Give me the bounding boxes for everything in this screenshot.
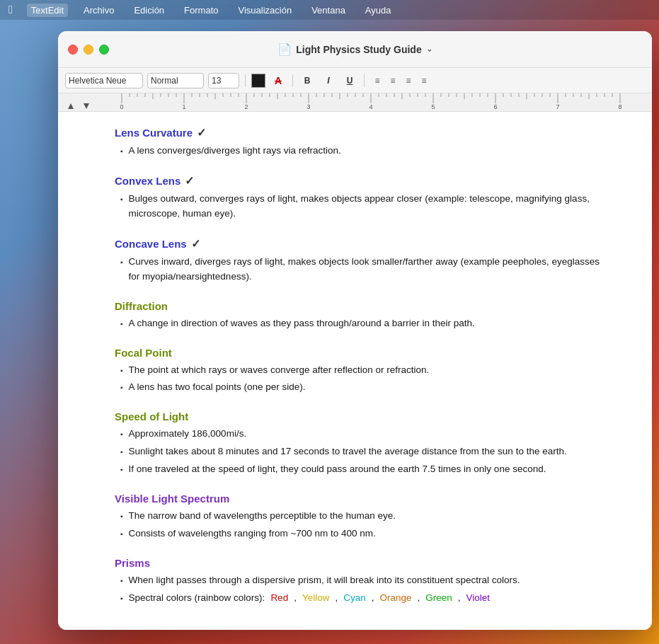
section-speed-of-light: Speed of Light Approximately 186,000mi/s… xyxy=(115,410,609,477)
section-focal-point: Focal Point The point at which rays or w… xyxy=(115,347,609,396)
list-item: A lens has two focal points (one per sid… xyxy=(115,380,609,395)
menu-visualizacion[interactable]: Visualización xyxy=(234,4,297,17)
spectral-green: Green xyxy=(425,591,452,606)
font-family-select[interactable]: Helvetica Neue xyxy=(65,73,143,88)
list-item: Consists of wavelengths ranging from ~70… xyxy=(115,527,609,541)
spectral-cyan: Cyan xyxy=(343,591,366,606)
section-prisms: Prisms When light passes through a dispe… xyxy=(115,557,609,606)
document-content[interactable]: Lens Curvature ✓ A lens converges/diverg… xyxy=(58,112,652,630)
toolbar-divider-1 xyxy=(245,74,246,87)
strikethrough-button[interactable]: A xyxy=(270,73,287,88)
lens-curvature-checkmark: ✓ xyxy=(197,126,206,139)
list-item: Approximately 186,000mi/s. xyxy=(115,427,609,442)
titlebar: 📄 Light Physics Study Guide ⌄ xyxy=(58,31,652,68)
focal-point-bullets: The point at which rays or waves converg… xyxy=(115,363,609,396)
menu-edicion[interactable]: Edición xyxy=(130,4,168,17)
list-item: A change in direction of waves as they p… xyxy=(115,316,609,331)
close-button[interactable] xyxy=(68,45,78,54)
section-title-focal-point: Focal Point xyxy=(115,347,609,359)
italic-button[interactable]: I xyxy=(320,73,337,88)
lens-curvature-label: Lens Curvature xyxy=(115,127,193,139)
list-item: The point at which rays or waves converg… xyxy=(115,363,609,378)
minimize-button[interactable] xyxy=(84,45,93,54)
align-right-button[interactable]: ≡ xyxy=(401,74,416,88)
list-item: A lens converges/diverges light rays via… xyxy=(115,144,609,159)
spectral-yellow: Yellow xyxy=(302,591,330,606)
speed-of-light-bullets: Approximately 186,000mi/s. Sunlight take… xyxy=(115,427,609,477)
section-title-prisms: Prisms xyxy=(115,557,609,569)
diffraction-label: Diffraction xyxy=(115,300,168,312)
section-concave-lens: Concave Lens ✓ Curves inward, diverges r… xyxy=(115,237,609,284)
window-title[interactable]: 📄 Light Physics Study Guide ⌄ xyxy=(277,42,432,56)
section-title-visible-light-spectrum: Visible Light Spectrum xyxy=(115,493,609,505)
convex-lens-label: Convex Lens xyxy=(115,175,180,187)
list-item: Sunlight takes about 8 minutes and 17 se… xyxy=(115,444,609,459)
spectral-prefix: Spectral colors (rainbow colors): xyxy=(129,591,265,606)
document-icon: 📄 xyxy=(277,42,292,56)
document-window: 📄 Light Physics Study Guide ⌄ Helvetica … xyxy=(58,31,652,630)
align-center-button[interactable]: ≡ xyxy=(386,74,400,88)
list-item: The narrow band of wavelengths perceptib… xyxy=(115,509,609,524)
toolbar-divider-2 xyxy=(292,74,293,87)
list-item: Bulges outward, converges rays of light,… xyxy=(115,192,609,222)
spectral-violet: Violet xyxy=(466,591,491,606)
format-toolbar: Helvetica Neue Normal 13 A B I U ≡ ≡ ≡ ≡ xyxy=(58,68,652,93)
prisms-label: Prisms xyxy=(115,557,150,569)
convex-lens-checkmark: ✓ xyxy=(185,174,194,188)
align-left-button[interactable]: ≡ xyxy=(370,74,384,88)
section-diffraction: Diffraction A change in direction of wav… xyxy=(115,300,609,331)
spectral-orange: Orange xyxy=(379,591,411,606)
traffic-lights xyxy=(68,45,109,54)
lens-curvature-bullets: A lens converges/diverges light rays via… xyxy=(115,144,609,159)
visible-light-spectrum-label: Visible Light Spectrum xyxy=(115,493,229,505)
menu-ayuda[interactable]: Ayuda xyxy=(361,4,396,17)
bold-button[interactable]: B xyxy=(299,73,316,88)
convex-lens-bullets: Bulges outward, converges rays of light,… xyxy=(115,192,609,222)
text-color-picker[interactable] xyxy=(251,74,265,88)
section-visible-light-spectrum: Visible Light Spectrum The narrow band o… xyxy=(115,493,609,541)
menu-ventana[interactable]: Ventana xyxy=(307,4,350,17)
section-convex-lens: Convex Lens ✓ Bulges outward, converges … xyxy=(115,174,609,222)
section-lens-curvature: Lens Curvature ✓ A lens converges/diverg… xyxy=(115,126,609,159)
visible-light-spectrum-bullets: The narrow band of wavelengths perceptib… xyxy=(115,509,609,541)
section-title-diffraction: Diffraction xyxy=(115,300,609,312)
concave-lens-bullets: Curves inward, diverges rays of light, m… xyxy=(115,255,609,284)
ruler xyxy=(58,93,652,112)
spectral-red: Red xyxy=(270,591,288,606)
focal-point-label: Focal Point xyxy=(115,347,172,359)
diffraction-bullets: A change in direction of waves as they p… xyxy=(115,316,609,331)
list-item: When light passes through a dispersive p… xyxy=(115,573,609,588)
alignment-group: ≡ ≡ ≡ ≡ xyxy=(370,74,431,88)
font-size-select[interactable]: 13 xyxy=(208,73,239,88)
align-justify-button[interactable]: ≡ xyxy=(417,74,431,88)
menu-textedit[interactable]: TextEdit xyxy=(27,4,68,17)
list-item: Curves inward, diverges rays of light, m… xyxy=(115,255,609,284)
menu-formato[interactable]: Formato xyxy=(180,4,222,17)
list-item-spectral: Spectral colors (rainbow colors): Red, Y… xyxy=(115,591,609,606)
title-dropdown-arrow[interactable]: ⌄ xyxy=(426,45,432,54)
menu-archivo[interactable]: Archivo xyxy=(79,4,118,17)
concave-lens-checkmark: ✓ xyxy=(191,237,200,251)
speed-of-light-label: Speed of Light xyxy=(115,410,188,422)
concave-lens-label: Concave Lens xyxy=(115,238,187,250)
font-style-select[interactable]: Normal xyxy=(147,73,204,88)
section-title-concave-lens: Concave Lens ✓ xyxy=(115,237,609,251)
list-item: If one traveled at the speed of light, t… xyxy=(115,462,609,477)
title-label: Light Physics Study Guide xyxy=(296,44,421,55)
toolbar-divider-3 xyxy=(364,74,365,87)
underline-button[interactable]: U xyxy=(341,73,358,88)
menubar:  TextEdit Archivo Edición Formato Visua… xyxy=(0,0,659,20)
section-title-lens-curvature: Lens Curvature ✓ xyxy=(115,126,609,139)
section-title-speed-of-light: Speed of Light xyxy=(115,410,609,422)
section-title-convex-lens: Convex Lens ✓ xyxy=(115,174,609,188)
apple-menu[interactable]:  xyxy=(8,4,13,16)
ruler-canvas xyxy=(58,93,652,112)
maximize-button[interactable] xyxy=(99,45,109,54)
prisms-bullets: When light passes through a dispersive p… xyxy=(115,573,609,606)
